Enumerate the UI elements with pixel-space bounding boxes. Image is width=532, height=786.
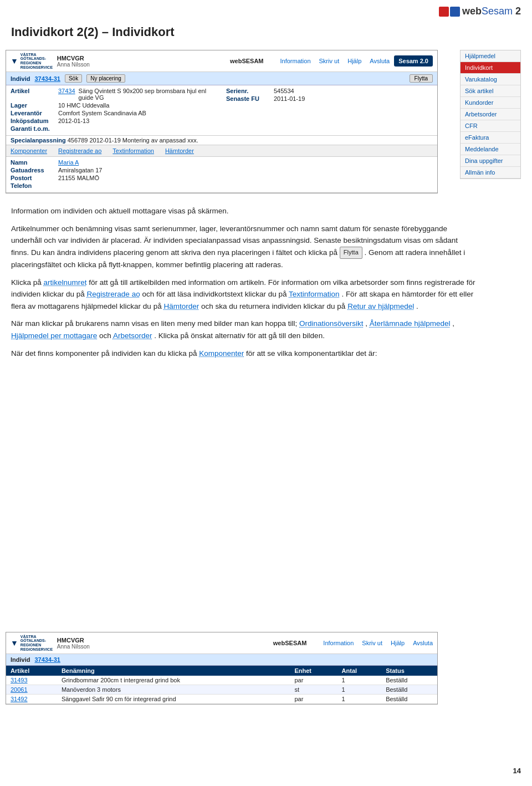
sok-button[interactable]: Sök	[65, 74, 82, 83]
row1-artikel[interactable]: 31493	[6, 676, 57, 685]
ordinationsöversikt-link[interactable]: Ordinationsöversikt	[299, 319, 364, 328]
sidebar: Hjälpmedel Individkort Varukatalog Sök a…	[460, 50, 521, 179]
sidebar-item-dina-uppgifter[interactable]: Dina uppgifter	[461, 155, 520, 167]
region-arrow-icon: ▼	[11, 57, 18, 65]
row2-artikel[interactable]: 20061	[6, 685, 57, 695]
button-row: Komponenter Registrerade ao Textinformat…	[6, 145, 437, 157]
arbetsorder-link[interactable]: Arbetsorder	[113, 331, 152, 340]
nav-link-hjalp-2[interactable]: Hjälp	[391, 640, 405, 646]
namn-label: Namn	[11, 159, 55, 166]
nav-link-avsluta[interactable]: Avsluta	[370, 58, 390, 64]
textinformation-link[interactable]: Textinformation	[112, 147, 154, 155]
gatuadress-value: Amiralsgatan 17	[58, 167, 103, 173]
nav-websesam: webSESAM	[230, 58, 264, 64]
artikel-left: Artikel 37434 Säng Qvintett S 90x200 sep…	[6, 85, 222, 135]
logo-red-square	[439, 7, 449, 17]
individ-label: Individ	[11, 75, 30, 82]
col-antal: Antal	[337, 666, 382, 676]
postort-label: Postort	[11, 175, 55, 181]
sidebar-item-arbetsorder[interactable]: Arbetsorder	[461, 109, 520, 120]
spec-value: 456789 2012-01-19 Montering av anpassad …	[68, 137, 198, 144]
row3-enhet: par	[290, 695, 337, 704]
components-table-body: 31493 Grindbommar 200cm t intergrerad gr…	[6, 676, 437, 704]
lager-label: Lager	[11, 102, 55, 109]
individ-bar: Individ 37434-31 Sök Ny placering Flytta	[6, 72, 437, 85]
sidebar-item-sokartikel[interactable]: Sök artikel	[461, 85, 520, 97]
paragraph-2: Artikelnummer och benämning visas samt s…	[11, 223, 477, 271]
sidebar-item-hjalpmedel[interactable]: Hjälpmedel	[461, 50, 520, 62]
garanti-row: Garanti t.o.m.	[11, 125, 217, 132]
serienr-value: 545534	[274, 88, 294, 94]
top-logo: webSesam 2	[439, 6, 521, 17]
p4-comma2: ,	[452, 319, 454, 328]
retur-hjalpmedel-link[interactable]: Retur av hjälpmedel	[347, 302, 414, 310]
flytta-inline-button[interactable]: Flytta	[340, 247, 362, 259]
komponenter-link[interactable]: Komponenter	[11, 147, 47, 155]
ny-placering-button[interactable]: Ny placering	[86, 74, 125, 83]
col-benamning: Benämning	[57, 666, 290, 676]
sidebar-item-efaktura[interactable]: eFaktura	[461, 132, 520, 144]
logo-blue-square	[450, 7, 460, 17]
sesam-badge: Sesam 2.0	[394, 55, 433, 67]
inkopsdatum-label: Inköpsdatum	[11, 118, 55, 124]
namn-value[interactable]: Maria A	[58, 159, 79, 166]
nav-link-skrivut[interactable]: Skriv ut	[319, 58, 340, 64]
row1-enhet: par	[290, 676, 337, 685]
paragraph-3: Klicka på artikelnumret för att gå till …	[11, 277, 477, 313]
nav-link-information[interactable]: Information	[280, 58, 311, 64]
p4-rest: . Klicka på önskat alternativ för att gå…	[154, 331, 325, 340]
nav-link-avsluta-2[interactable]: Avsluta	[413, 640, 433, 646]
sidebar-item-allman-info[interactable]: Allmän info	[461, 167, 520, 178]
nav-bar-1: ▼ VÄSTRAGÖTALANDS-REGIONENREGIONSERVICE …	[6, 50, 437, 72]
row2-antal: 1	[337, 685, 382, 695]
row3-artikel[interactable]: 31492	[6, 695, 57, 704]
textinformation-inline-link[interactable]: Textinformation	[289, 290, 340, 298]
row2-benamning: Manöverdon 3 motors	[57, 685, 290, 695]
registrerade-ao-inline-link[interactable]: Registrerade ao	[87, 290, 140, 298]
nav-link-hjalp[interactable]: Hjälp	[347, 58, 361, 64]
registrerade-ao-link[interactable]: Registrerade ao	[58, 147, 101, 155]
row1-status: Beställd	[381, 676, 437, 685]
sidebar-item-meddelande[interactable]: Meddelande	[461, 144, 520, 155]
region-logo-2: ▼ VÄSTRAGÖTALANDS-REGIONENREGIONSERVICE	[11, 635, 48, 651]
p4-comma1: ,	[365, 319, 370, 328]
artikel-right: Serienr. 545534 Senaste FU 2011-01-19	[222, 85, 437, 135]
paragraph-4: När man klickar på brukarens namn visas …	[11, 318, 477, 341]
nav-link-information-2[interactable]: Information	[323, 640, 354, 646]
individ-id-2[interactable]: 37434-31	[34, 656, 60, 663]
sidebar-item-kundorder[interactable]: Kundorder	[461, 97, 520, 109]
flytta-button[interactable]: Flytta	[410, 74, 433, 83]
artikelnumret-link[interactable]: artikelnumret	[44, 278, 87, 287]
aterlamnade-hjalpmedel-link[interactable]: Återlämnade hjälpmedel	[370, 319, 451, 328]
komponenter-inline-link[interactable]: Komponenter	[199, 349, 244, 358]
artikel-section: Artikel 37434 Säng Qvintett S 90x200 sep…	[6, 85, 437, 136]
person-section: Namn Maria A Gatuadress Amiralsgatan 17 …	[6, 157, 437, 193]
sidebar-item-varukatalog[interactable]: Varukatalog	[461, 74, 520, 85]
screenshot-1: ▼ VÄSTRAGÖTALANDS-REGIONENREGIONSERVICE …	[6, 50, 438, 193]
serienr-label: Serienr.	[226, 88, 270, 94]
nav-username: Anna Nilsson	[57, 62, 90, 68]
nav-center-2: HMCVGR Anna Nilsson	[57, 637, 90, 650]
logo-squares	[439, 7, 460, 17]
gatuadress-row: Gatuadress Amiralsgatan 17	[11, 167, 433, 173]
inkopsdatum-value: 2012-01-13	[58, 118, 89, 124]
nav-link-skrivut-2[interactable]: Skriv ut	[362, 640, 382, 646]
hjalpmedel-per-mottagare-link[interactable]: Hjälpmedel per mottagare	[11, 331, 97, 340]
spec-label: Specialanpassning	[11, 137, 66, 144]
sidebar-item-individkort[interactable]: Individkort	[461, 62, 520, 74]
sidebar-item-cfr[interactable]: CFR	[461, 120, 520, 132]
individ-id[interactable]: 37434-31	[34, 75, 60, 82]
p4-text: När man klickar på brukarens namn visas …	[11, 319, 297, 328]
table-row: 20061 Manöverdon 3 motors st 1 Beställd	[6, 685, 437, 695]
row1-benamning: Grindbommar 200cm t intergrerad grind bo…	[57, 676, 290, 685]
row3-antal: 1	[337, 695, 382, 704]
hamtorder-link[interactable]: Hämtorder	[165, 147, 194, 155]
hamtorder-inline-link[interactable]: Hämtorder	[163, 302, 199, 310]
p5-text: När det finns komponenter på individen k…	[11, 349, 197, 358]
artikel-id[interactable]: 37434	[58, 88, 75, 101]
screenshot-2: ▼ VÄSTRAGÖTALANDS-REGIONENREGIONSERVICE …	[6, 632, 438, 705]
senaste-fu-label: Senaste FU	[226, 95, 270, 102]
nav-hmcvgr-2: HMCVGR	[57, 637, 90, 644]
artikel-row: Artikel 37434 Säng Qvintett S 90x200 sep…	[11, 88, 217, 101]
paragraph-5: När det finns komponenter på individen k…	[11, 348, 477, 360]
